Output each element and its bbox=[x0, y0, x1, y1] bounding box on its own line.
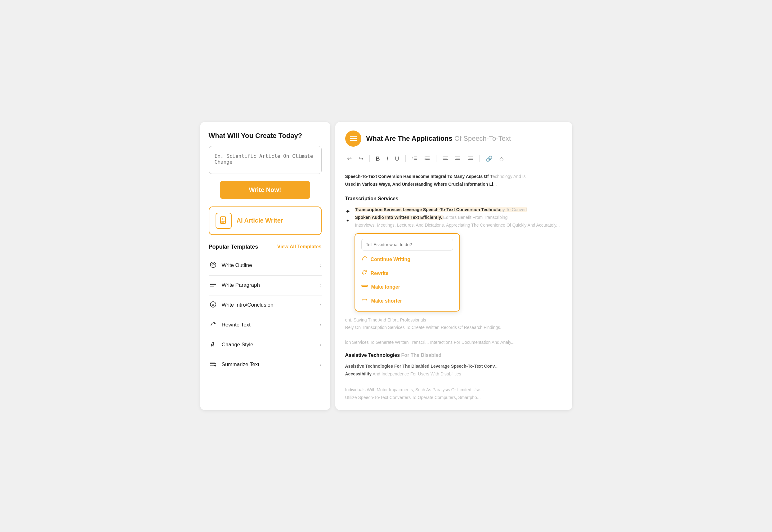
sparkle-big-icon: ✦ bbox=[345, 206, 350, 217]
editor-header: What Are The Applications Of Speech-To-T… bbox=[345, 131, 562, 147]
editor-title-gray: Of Speech-To-Text bbox=[453, 135, 511, 142]
template-item-write-paragraph[interactable]: Write Paragraph › bbox=[209, 276, 322, 295]
make-longer-label: Make longer bbox=[371, 283, 400, 292]
svg-text:1.: 1. bbox=[412, 156, 415, 160]
toolbar-separator-2 bbox=[406, 155, 406, 162]
redo-button[interactable]: ↪ bbox=[357, 154, 365, 163]
template-item-change-style[interactable]: Change Style › bbox=[209, 335, 322, 355]
rewrite-icon bbox=[361, 268, 367, 278]
chevron-icon: › bbox=[320, 322, 321, 328]
view-all-templates-link[interactable]: View All Templates bbox=[277, 244, 322, 250]
editor-content: Speech-To-Text Conversion Has Become Int… bbox=[345, 173, 562, 401]
make-shorter-action[interactable]: Make shorter bbox=[361, 296, 453, 306]
make-shorter-label: Make shorter bbox=[371, 297, 402, 306]
template-name-write-intro: Write Intro/Conclusion bbox=[222, 302, 273, 308]
section2: Assistive Technologies For The Disabled … bbox=[345, 351, 562, 401]
ai-article-writer-card[interactable]: AI AI Article Writer bbox=[209, 206, 322, 235]
popup-actions-list: Continue Writing Rewrite Make longer bbox=[361, 255, 453, 306]
write-outline-icon bbox=[209, 261, 217, 270]
rewrite-action[interactable]: Rewrite bbox=[361, 268, 453, 278]
continue-writing-icon bbox=[361, 255, 367, 265]
popular-templates-header: Popular Templates View All Templates bbox=[209, 244, 322, 250]
hamburger-icon bbox=[349, 134, 357, 143]
right-panel: What Are The Applications Of Speech-To-T… bbox=[335, 122, 572, 410]
write-now-button[interactable]: Write Now! bbox=[220, 181, 310, 199]
continue-writing-label: Continue Writing bbox=[370, 255, 411, 264]
sparkles-decoration: ✦ ✦ bbox=[345, 206, 350, 224]
ai-document-icon: AI bbox=[219, 216, 228, 225]
template-item-write-intro[interactable]: 99 Write Intro/Conclusion › bbox=[209, 295, 322, 315]
chevron-icon: › bbox=[320, 302, 321, 308]
left-panel: What Will You Create Today? Write Now! A… bbox=[200, 122, 330, 410]
popup-input[interactable] bbox=[361, 239, 453, 250]
svg-text:AI: AI bbox=[221, 218, 224, 221]
undo-button[interactable]: ↩ bbox=[345, 154, 353, 163]
editor-title: What Are The Applications Of Speech-To-T… bbox=[366, 135, 511, 143]
content-intro: Speech-To-Text Conversion Has Become Int… bbox=[345, 173, 562, 188]
chevron-icon: › bbox=[320, 342, 321, 348]
template-name-change-style: Change Style bbox=[222, 342, 253, 348]
section2-text: Assistive Technologies For The Disabled … bbox=[345, 362, 562, 401]
underline-button[interactable]: U bbox=[393, 154, 401, 163]
bold-button[interactable]: B bbox=[374, 154, 382, 163]
toolbar-separator-3 bbox=[436, 155, 437, 162]
make-longer-icon bbox=[361, 282, 368, 292]
summarize-icon bbox=[209, 361, 217, 369]
ordered-list-button[interactable]: 1. bbox=[410, 154, 419, 164]
ai-writer-label: AI Article Writer bbox=[237, 217, 283, 224]
chevron-icon: › bbox=[320, 263, 321, 268]
erase-button[interactable]: ◇ bbox=[498, 154, 506, 163]
template-item-summarize[interactable]: Summarize Text › bbox=[209, 355, 322, 375]
editor-title-bold: What Are The Applications bbox=[366, 135, 453, 142]
unordered-list-button[interactable] bbox=[423, 154, 432, 164]
template-item-rewrite-text[interactable]: Rewrite Text › bbox=[209, 315, 322, 335]
align-center-button[interactable] bbox=[453, 154, 463, 164]
write-intro-icon: 99 bbox=[209, 301, 217, 309]
svg-point-26 bbox=[425, 157, 426, 158]
search-input[interactable] bbox=[209, 146, 322, 174]
ai-writer-icon-box: AI bbox=[215, 213, 232, 229]
make-longer-action[interactable]: Make longer bbox=[361, 282, 453, 292]
chevron-icon: › bbox=[320, 362, 321, 367]
svg-point-25 bbox=[425, 156, 426, 157]
popular-templates-title: Popular Templates bbox=[209, 244, 258, 250]
menu-icon-circle[interactable] bbox=[345, 131, 361, 147]
template-item-write-outline[interactable]: Write Outline › bbox=[209, 256, 322, 276]
template-name-write-paragraph: Write Paragraph bbox=[222, 282, 260, 288]
svg-point-6 bbox=[212, 264, 213, 265]
rewrite-label: Rewrite bbox=[370, 269, 389, 278]
italic-button[interactable]: I bbox=[385, 154, 390, 163]
ai-action-popup: Continue Writing Rewrite Make longer bbox=[354, 233, 460, 312]
chevron-icon: › bbox=[320, 282, 321, 288]
write-paragraph-icon bbox=[209, 281, 217, 290]
toolbar-separator bbox=[369, 155, 370, 162]
section2-heading: Assistive Technologies For The Disabled bbox=[345, 351, 562, 360]
svg-point-27 bbox=[425, 159, 426, 160]
continue-writing-action[interactable]: Continue Writing bbox=[361, 255, 453, 265]
rewrite-text-icon bbox=[209, 321, 217, 329]
template-name-rewrite-text: Rewrite Text bbox=[222, 322, 251, 328]
link-button[interactable]: 🔗 bbox=[484, 154, 495, 163]
toolbar-separator-4 bbox=[479, 155, 480, 162]
sparkle-small-icon: ✦ bbox=[346, 218, 349, 224]
align-left-button[interactable] bbox=[441, 154, 450, 164]
template-name-summarize: Summarize Text bbox=[222, 361, 259, 368]
change-style-icon bbox=[209, 341, 217, 349]
panel-title: What Will You Create Today? bbox=[209, 132, 322, 140]
editor-toolbar: ↩ ↪ B I U 1. 🔗 ◇ bbox=[345, 151, 562, 167]
template-list: Write Outline › Write Paragraph › 99 bbox=[209, 256, 322, 375]
section1-continued: ent, Saving Time And Effort. Professiona… bbox=[345, 317, 562, 346]
svg-text:99: 99 bbox=[211, 304, 214, 306]
template-name-write-outline: Write Outline bbox=[222, 262, 252, 268]
make-shorter-icon bbox=[361, 296, 368, 306]
svg-rect-40 bbox=[362, 285, 367, 286]
section1-heading: Transcription Services bbox=[345, 194, 562, 203]
align-right-button[interactable] bbox=[466, 154, 475, 164]
